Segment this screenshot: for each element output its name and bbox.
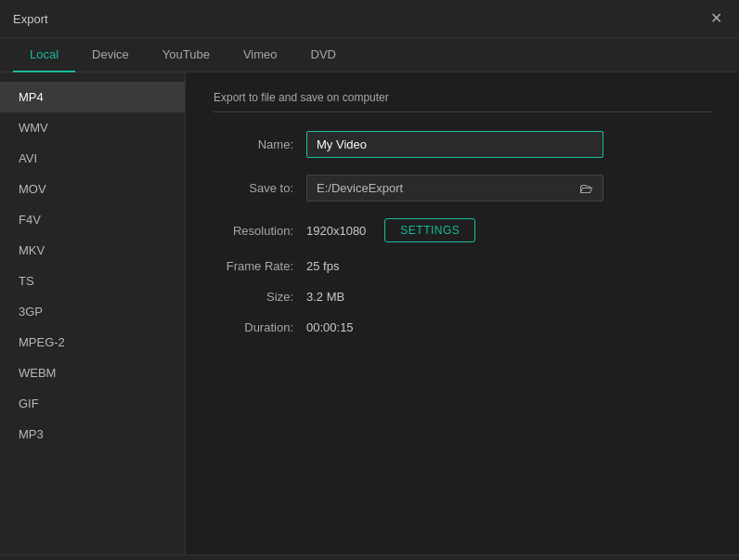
sidebar-item-mov[interactable]: MOV [0, 174, 185, 204]
frame-rate-label: Frame Rate: [214, 259, 306, 273]
sidebar-item-mp3[interactable]: MP3 [0, 419, 185, 449]
main-area: MP4 WMV AVI MOV F4V MKV TS 3GP MPEG-2 WE… [0, 72, 739, 554]
tab-device[interactable]: Device [75, 38, 146, 72]
sidebar-item-mkv[interactable]: MKV [0, 235, 185, 266]
folder-icon[interactable]: 🗁 [579, 180, 593, 196]
size-row: Size: 3.2 MB [214, 290, 711, 304]
name-row: Name: [214, 131, 711, 158]
close-button[interactable]: ✕ [707, 9, 726, 28]
export-content: Export to file and save on computer Name… [186, 72, 739, 554]
save-to-path: E:/DeviceExport [317, 181, 574, 195]
resolution-value-area: 1920x1080 SETTINGS [306, 218, 475, 242]
window-title: Export [13, 12, 48, 26]
size-label: Size: [214, 290, 306, 304]
tab-bar: Local Device YouTube Vimeo DVD [0, 38, 739, 72]
sidebar-item-avi[interactable]: AVI [0, 143, 185, 174]
frame-rate-value: 25 fps [306, 259, 339, 273]
sidebar-item-3gp[interactable]: 3GP [0, 296, 185, 327]
sidebar-item-mp4[interactable]: MP4 [0, 82, 185, 112]
frame-rate-row: Frame Rate: 25 fps [214, 259, 711, 273]
tab-youtube[interactable]: YouTube [146, 38, 227, 72]
tab-vimeo[interactable]: Vimeo [227, 38, 294, 72]
title-bar: Export ✕ [0, 0, 739, 38]
save-to-row: Save to: E:/DeviceExport 🗁 [214, 175, 711, 202]
save-to-label: Save to: [214, 181, 306, 195]
name-label: Name: [214, 137, 306, 151]
settings-button[interactable]: SETTINGS [384, 218, 475, 242]
sidebar-item-gif[interactable]: GIF [0, 388, 185, 419]
format-sidebar: MP4 WMV AVI MOV F4V MKV TS 3GP MPEG-2 WE… [0, 72, 186, 554]
save-to-field[interactable]: E:/DeviceExport 🗁 [306, 175, 603, 202]
sidebar-item-mpeg2[interactable]: MPEG-2 [0, 327, 185, 358]
size-value: 3.2 MB [306, 290, 344, 304]
duration-row: Duration: 00:00:15 [214, 320, 711, 334]
sidebar-item-ts[interactable]: TS [0, 266, 185, 296]
resolution-row: Resolution: 1920x1080 SETTINGS [214, 218, 711, 242]
bottom-bar: Enable GPU accelerated video encoding. E… [0, 554, 739, 560]
sidebar-item-webm[interactable]: WEBM [0, 358, 185, 388]
tab-dvd[interactable]: DVD [294, 38, 353, 72]
name-input[interactable] [306, 131, 603, 158]
sidebar-item-wmv[interactable]: WMV [0, 112, 185, 143]
resolution-value: 1920x1080 [306, 224, 366, 238]
duration-value: 00:00:15 [306, 320, 354, 334]
section-title: Export to file and save on computer [214, 91, 711, 112]
tab-local[interactable]: Local [13, 38, 75, 72]
sidebar-item-f4v[interactable]: F4V [0, 204, 185, 235]
resolution-label: Resolution: [214, 224, 306, 238]
duration-label: Duration: [214, 320, 306, 334]
